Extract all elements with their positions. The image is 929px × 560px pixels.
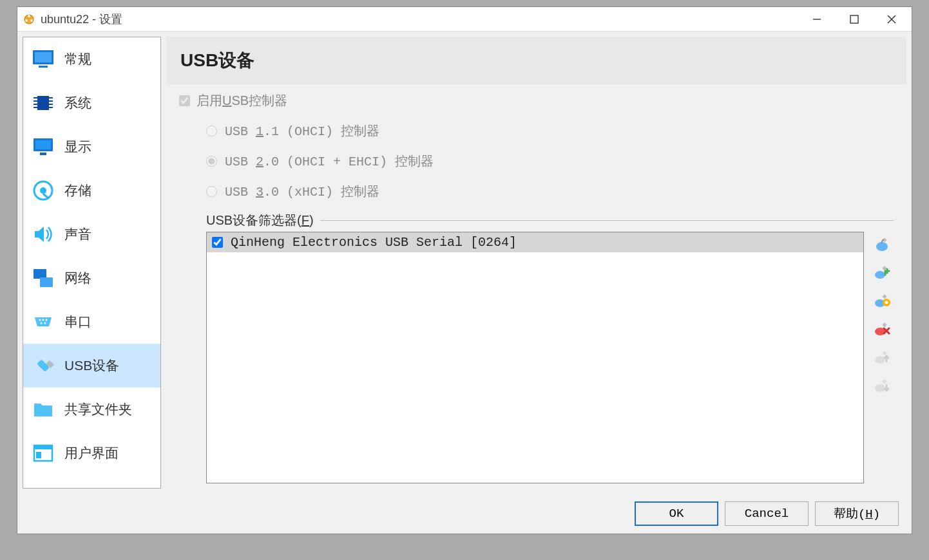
filter-toolbar bbox=[870, 232, 894, 483]
svg-rect-9 bbox=[35, 52, 52, 62]
minimize-button[interactable] bbox=[802, 10, 832, 29]
usb30-radio-input[interactable] bbox=[206, 186, 217, 197]
svg-point-30 bbox=[41, 322, 43, 324]
sidebar-item-label: 用户界面 bbox=[64, 444, 119, 462]
footer: OK Cancel 帮助(H) bbox=[17, 494, 912, 534]
filter-list[interactable]: QinHeng Electronics USB Serial [0264] bbox=[206, 232, 864, 483]
usb20-radio-input[interactable] bbox=[206, 156, 217, 167]
svg-point-24 bbox=[40, 187, 46, 194]
sidebar-item-ui[interactable]: 用户界面 bbox=[23, 431, 160, 475]
network-icon bbox=[31, 266, 55, 290]
svg-point-48 bbox=[875, 356, 885, 364]
add-empty-filter-button[interactable] bbox=[870, 233, 894, 256]
ui-icon bbox=[31, 441, 55, 465]
svg-rect-33 bbox=[37, 359, 50, 372]
close-button[interactable] bbox=[877, 10, 906, 29]
enable-usb-checkbox-input[interactable] bbox=[179, 95, 190, 106]
main-body: 启用USB控制器 USB 1.1 (OHCI) 控制器 USB 2.0 (OHC… bbox=[166, 84, 906, 489]
sidebar-item-label: 常规 bbox=[64, 50, 91, 68]
svg-rect-49 bbox=[882, 351, 886, 355]
titlebar: ubuntu22 - 设置 bbox=[17, 7, 912, 32]
enable-usb-checkbox[interactable]: 启用USB控制器 bbox=[179, 92, 894, 109]
maximize-button[interactable] bbox=[839, 10, 869, 29]
display-icon bbox=[31, 135, 55, 159]
main-panel: USB设备 启用USB控制器 USB 1.1 (OHCI) 控制器 USB 2.… bbox=[166, 37, 906, 489]
sidebar-item-label: USB设备 bbox=[64, 357, 119, 375]
usb11-label: USB 1.1 (OHCI) 控制器 bbox=[225, 122, 379, 140]
edit-filter-button[interactable] bbox=[870, 290, 894, 313]
divider bbox=[320, 220, 894, 221]
filter-item-label: QinHeng Electronics USB Serial [0264] bbox=[231, 235, 517, 250]
sidebar-item-label: 声音 bbox=[64, 225, 91, 243]
content-area: 常规 系统 显示 存储 bbox=[17, 32, 912, 494]
svg-point-2 bbox=[25, 19, 28, 22]
sidebar-item-serial[interactable]: 串口 bbox=[23, 300, 160, 344]
sidebar-item-label: 显示 bbox=[64, 138, 91, 156]
usb-icon bbox=[31, 353, 55, 378]
monitor-icon bbox=[31, 47, 55, 71]
svg-rect-41 bbox=[882, 266, 886, 270]
filter-section-label: USB设备筛选器(F) bbox=[206, 212, 314, 229]
filter-item[interactable]: QinHeng Electronics USB Serial [0264] bbox=[207, 232, 863, 252]
move-down-button[interactable] bbox=[870, 375, 894, 398]
svg-point-29 bbox=[46, 319, 48, 321]
sidebar-item-system[interactable]: 系统 bbox=[23, 81, 160, 125]
svg-point-1 bbox=[28, 15, 30, 17]
page-title: USB设备 bbox=[180, 48, 892, 73]
add-from-device-button[interactable] bbox=[870, 261, 894, 285]
usb30-radio[interactable]: USB 3.0 (xHCI) 控制器 bbox=[206, 176, 894, 207]
svg-point-40 bbox=[875, 271, 885, 279]
svg-point-31 bbox=[44, 322, 46, 324]
filter-area: QinHeng Electronics USB Serial [0264] bbox=[206, 232, 894, 483]
enable-usb-label: 启用USB控制器 bbox=[196, 92, 287, 109]
move-up-button[interactable] bbox=[870, 346, 894, 369]
svg-point-37 bbox=[876, 242, 888, 251]
sidebar: 常规 系统 显示 存储 bbox=[23, 37, 161, 489]
svg-rect-43 bbox=[882, 294, 886, 299]
usb20-label: USB 2.0 (OHCI + EHCI) 控制器 bbox=[225, 153, 434, 170]
svg-rect-35 bbox=[34, 445, 52, 449]
sidebar-item-label: 网络 bbox=[64, 269, 91, 287]
sidebar-item-display[interactable]: 显示 bbox=[23, 125, 160, 169]
remove-filter-button[interactable] bbox=[870, 318, 894, 341]
sidebar-item-network[interactable]: 网络 bbox=[23, 256, 160, 300]
svg-point-50 bbox=[875, 384, 885, 392]
svg-rect-21 bbox=[35, 140, 51, 149]
disk-icon bbox=[31, 178, 55, 203]
help-button[interactable]: 帮助(H) bbox=[815, 501, 899, 526]
svg-rect-25 bbox=[34, 269, 46, 279]
cancel-button[interactable]: Cancel bbox=[725, 501, 809, 526]
serial-port-icon bbox=[31, 310, 55, 334]
sidebar-item-storage[interactable]: 存储 bbox=[23, 169, 160, 212]
sidebar-item-usb[interactable]: USB设备 bbox=[23, 344, 160, 387]
sidebar-item-label: 存储 bbox=[64, 182, 91, 200]
sidebar-item-label: 共享文件夹 bbox=[64, 400, 132, 418]
sidebar-item-audio[interactable]: 声音 bbox=[23, 212, 160, 256]
filter-section-header: USB设备筛选器(F) bbox=[206, 212, 894, 229]
window-controls bbox=[802, 10, 906, 29]
speaker-icon bbox=[31, 222, 55, 247]
filter-item-checkbox[interactable] bbox=[212, 237, 223, 248]
usb20-radio[interactable]: USB 2.0 (OHCI + EHCI) 控制器 bbox=[206, 146, 894, 176]
svg-rect-22 bbox=[40, 153, 46, 155]
settings-window: ubuntu22 - 设置 常规 bbox=[17, 6, 912, 534]
svg-point-28 bbox=[43, 319, 44, 321]
usb-controller-radio-group: USB 1.1 (OHCI) 控制器 USB 2.0 (OHCI + EHCI)… bbox=[206, 116, 894, 207]
ok-button[interactable]: OK bbox=[635, 501, 718, 526]
window-title: ubuntu22 - 设置 bbox=[41, 12, 802, 27]
svg-rect-5 bbox=[850, 15, 858, 23]
usb30-label: USB 3.0 (xHCI) 控制器 bbox=[225, 183, 379, 200]
svg-rect-26 bbox=[40, 277, 53, 287]
sidebar-item-label: 系统 bbox=[64, 94, 91, 112]
usb11-radio[interactable]: USB 1.1 (OHCI) 控制器 bbox=[206, 116, 894, 146]
svg-rect-47 bbox=[882, 322, 886, 327]
sidebar-item-label: 串口 bbox=[64, 313, 91, 331]
svg-rect-51 bbox=[882, 379, 886, 384]
chip-icon bbox=[31, 91, 55, 115]
svg-rect-11 bbox=[37, 96, 49, 110]
svg-point-27 bbox=[39, 319, 41, 321]
sidebar-item-shared-folders[interactable]: 共享文件夹 bbox=[23, 387, 160, 431]
sidebar-item-general[interactable]: 常规 bbox=[23, 37, 160, 81]
usb11-radio-input[interactable] bbox=[206, 126, 217, 136]
folder-icon bbox=[31, 397, 55, 422]
